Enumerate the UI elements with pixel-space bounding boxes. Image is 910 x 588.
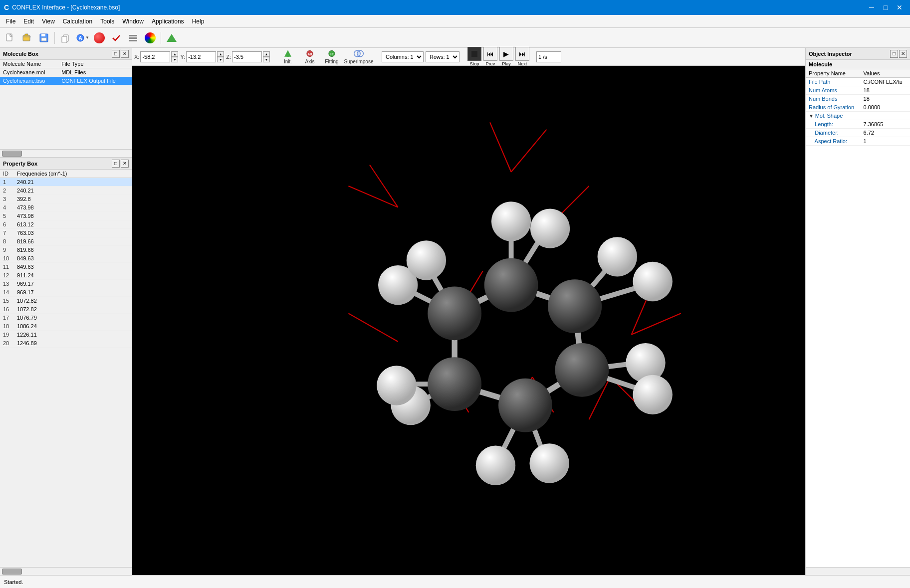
molecule-box-close[interactable]: ✕ <box>121 50 129 58</box>
prop-freq: 240.21 <box>14 187 132 195</box>
menu-file[interactable]: File <box>2 16 19 27</box>
molecule-box-restore[interactable]: □ <box>112 50 120 58</box>
prop-freq: 911.24 <box>14 271 132 280</box>
property-row[interactable]: 9819.66 <box>0 246 132 254</box>
list-button[interactable] <box>125 30 141 46</box>
property-row[interactable]: 7763.03 <box>0 229 132 237</box>
property-row[interactable]: 10849.63 <box>0 254 132 263</box>
action-button[interactable]: A ▼ <box>74 30 90 46</box>
inspector-title: Object Inspector <box>809 51 852 57</box>
property-row[interactable]: 171076.79 <box>0 314 132 322</box>
prop-id: 17 <box>0 314 14 322</box>
property-row[interactable]: 161072.82 <box>0 305 132 314</box>
coord-x-down[interactable]: ▼ <box>171 57 178 62</box>
property-row[interactable]: 5473.98 <box>0 212 132 220</box>
property-box-restore[interactable]: □ <box>112 160 120 168</box>
axis-button[interactable]: AX Axis <box>300 49 320 65</box>
stop-button[interactable] <box>467 47 481 61</box>
close-button[interactable]: ✕ <box>893 1 906 14</box>
inspector-restore[interactable]: □ <box>890 50 898 58</box>
svg-rect-11 <box>129 40 137 41</box>
property-row[interactable]: 1240.21 <box>0 178 132 187</box>
property-row[interactable]: 11849.63 <box>0 263 132 271</box>
prev-button[interactable]: ⏮ <box>483 47 497 61</box>
coord-x-input[interactable] <box>140 51 170 62</box>
run-button[interactable] <box>108 30 124 46</box>
property-row[interactable]: 8819.66 <box>0 237 132 246</box>
next-button[interactable]: ⏭ <box>515 47 529 61</box>
minimize-button[interactable]: ─ <box>865 1 878 14</box>
copy-button[interactable] <box>57 30 73 46</box>
menu-help[interactable]: Help <box>188 16 209 27</box>
prop-freq: 763.03 <box>14 229 132 237</box>
inspector-content: Molecule Property Name Values File PathC… <box>806 60 910 567</box>
coord-y-down[interactable]: ▼ <box>217 57 224 62</box>
property-row[interactable]: 2240.21 <box>0 187 132 195</box>
menu-calculation[interactable]: Calculation <box>59 16 96 27</box>
prop-id: 2 <box>0 187 14 195</box>
inspector-close[interactable]: ✕ <box>899 50 907 58</box>
init-label: Init. <box>284 59 292 64</box>
record-button[interactable] <box>91 30 107 46</box>
prop-col-freq: Frequencies (cm^-1) <box>14 170 132 178</box>
columns-select[interactable]: Columns: 1 Columns: 2 Columns: 4 <box>382 51 424 62</box>
prop-id: 8 <box>0 237 14 246</box>
molecule-row[interactable]: Cyclohexane.bsoCONFLEX Output File <box>0 77 132 85</box>
svg-point-68 <box>633 375 672 414</box>
property-row[interactable]: 151072.82 <box>0 297 132 305</box>
viewport-3d[interactable] <box>132 66 805 575</box>
menu-view[interactable]: View <box>38 16 59 27</box>
prop-id: 13 <box>0 280 14 288</box>
svg-text:AX: AX <box>307 52 312 55</box>
play-button[interactable]: ▶ <box>499 47 513 61</box>
menu-window[interactable]: Window <box>118 16 148 27</box>
molecule-box-hscroll[interactable] <box>0 149 132 157</box>
inspector-hscroll[interactable] <box>806 567 910 575</box>
prop-freq: 1086.24 <box>14 322 132 331</box>
color-button[interactable] <box>142 30 158 46</box>
property-row[interactable]: 181086.24 <box>0 322 132 331</box>
property-row[interactable]: 12911.24 <box>0 271 132 280</box>
prop-freq: 473.98 <box>14 203 132 212</box>
prop-id: 1 <box>0 178 14 187</box>
coord-y-input[interactable] <box>186 51 216 62</box>
svg-point-63 <box>491 201 531 241</box>
menu-tools[interactable]: Tools <box>96 16 118 27</box>
coord-z-input[interactable] <box>232 51 262 62</box>
property-row[interactable]: 201246.89 <box>0 339 132 348</box>
coord-y-label: Y: <box>180 54 185 60</box>
coord-z-up[interactable]: ▲ <box>263 51 270 57</box>
coord-y-up[interactable]: ▲ <box>217 51 224 57</box>
inspector-prop-name: Diameter: <box>806 129 861 137</box>
play-main-button[interactable] <box>164 30 180 46</box>
rows-select[interactable]: Rows: 1 Rows: 2 Rows: 4 <box>426 51 459 62</box>
prop-freq: 613.12 <box>14 220 132 229</box>
fitting-button[interactable]: FT Fitting <box>322 49 342 65</box>
property-row[interactable]: 6613.12 <box>0 220 132 229</box>
expand-icon[interactable]: ▼ <box>809 113 815 119</box>
coord-z-down[interactable]: ▼ <box>263 57 270 62</box>
property-row[interactable]: 3392.8 <box>0 195 132 203</box>
property-box-close[interactable]: ✕ <box>121 160 129 168</box>
property-row[interactable]: 4473.98 <box>0 203 132 212</box>
init-button[interactable]: Init. <box>278 49 298 65</box>
fps-input[interactable] <box>536 51 561 62</box>
mol-name: Cyclohexane.bso <box>0 77 58 85</box>
superimpose-button[interactable]: Superimpose <box>344 49 374 65</box>
new-button[interactable] <box>2 30 18 46</box>
property-row[interactable]: 14969.17 <box>0 288 132 297</box>
menu-edit[interactable]: Edit <box>19 16 38 27</box>
coord-x-up[interactable]: ▲ <box>171 51 178 57</box>
svg-rect-13 <box>287 54 289 56</box>
menu-applications[interactable]: Applications <box>148 16 188 27</box>
property-row[interactable]: 13969.17 <box>0 280 132 288</box>
coord-y-spin: ▲ ▼ <box>217 51 224 62</box>
maximize-button[interactable]: □ <box>879 1 892 14</box>
open-button[interactable] <box>19 30 35 46</box>
property-box-hscroll[interactable] <box>0 567 132 575</box>
toolbar-sep-1 <box>54 32 55 44</box>
property-row[interactable]: 191226.11 <box>0 331 132 339</box>
coord-y-box: Y: ▲ ▼ <box>180 51 224 62</box>
molecule-row[interactable]: Cyclohexane.molMDL Files <box>0 68 132 77</box>
save-button[interactable] <box>36 30 52 46</box>
